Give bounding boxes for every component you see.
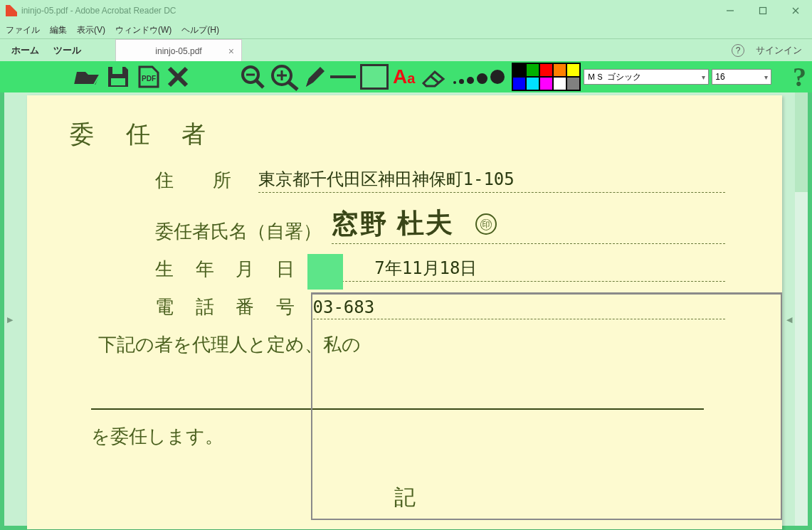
- palette-green[interactable]: [526, 63, 539, 77]
- menu-edit[interactable]: 編集: [50, 24, 67, 36]
- cancel-icon[interactable]: [164, 64, 192, 90]
- menu-view[interactable]: 表示(V): [77, 24, 105, 36]
- svg-rect-4: [112, 67, 122, 74]
- width-dot-4[interactable]: [477, 73, 487, 84]
- line-width-picker[interactable]: [453, 70, 505, 84]
- palette-cyan[interactable]: [526, 77, 539, 90]
- pencil-icon[interactable]: [302, 63, 327, 91]
- width-dot-3[interactable]: [467, 77, 474, 84]
- palette-white[interactable]: [553, 77, 566, 90]
- menu-help[interactable]: ヘルプ(H): [181, 24, 219, 36]
- minimize-button[interactable]: [714, 0, 747, 21]
- eraser-icon[interactable]: [418, 65, 446, 89]
- label-name: 委任者氏名（自署）: [155, 219, 322, 244]
- maximize-button[interactable]: [747, 0, 779, 21]
- highlight-overlay: [307, 254, 343, 290]
- current-color-box[interactable]: [360, 64, 389, 90]
- line-tool-icon[interactable]: [329, 73, 357, 81]
- svg-text:PDF: PDF: [142, 75, 156, 83]
- menu-window[interactable]: ウィンドウ(W): [115, 24, 172, 36]
- left-panel-expander[interactable]: ▶: [6, 309, 14, 331]
- svg-rect-1: [760, 8, 766, 14]
- width-dot-1[interactable]: [453, 81, 456, 84]
- toolbar: PDF Aa ＭＳ ゴシック ▾ 16 ▾ ?: [0, 61, 812, 92]
- signin-link[interactable]: サインイン: [756, 44, 802, 57]
- font-size-select[interactable]: 16 ▾: [712, 69, 771, 85]
- palette-black[interactable]: [512, 63, 526, 77]
- label-dob: 生 年 月 日: [155, 257, 303, 282]
- svg-rect-5: [111, 78, 125, 85]
- vertical-scrollbar[interactable]: ▲: [795, 92, 808, 526]
- menu-file[interactable]: ファイル: [6, 24, 40, 36]
- pdf-page: 委 任 者 住 所 東京都千代田区神田神保町1-105 委任者氏名（自署） 窓野…: [27, 95, 782, 529]
- acrobat-app-icon: [6, 5, 17, 16]
- help-icon[interactable]: ?: [732, 44, 744, 57]
- tabs-row: ホーム ツール ininjo-05.pdf × ? サインイン: [0, 38, 812, 61]
- nav-tools[interactable]: ツール: [53, 44, 81, 57]
- palette-orange[interactable]: [553, 63, 566, 77]
- field-tel[interactable]: 03-683: [313, 297, 726, 319]
- palette-blue[interactable]: [512, 77, 526, 90]
- field-name[interactable]: 窓野 杜夫 ㊞: [332, 206, 725, 244]
- chevron-down-icon: ▾: [764, 73, 768, 81]
- paragraph-2: を委任します。: [91, 424, 725, 449]
- field-dob[interactable]: 7年11月18日: [313, 257, 726, 282]
- document-viewport: ▶ ◀ ▲ 委 任 者 住 所 東京都千代田区神田神保町1-105 委任者氏名（…: [4, 92, 808, 526]
- svg-line-13: [289, 83, 297, 90]
- font-select[interactable]: ＭＳ ゴシック ▾: [584, 69, 709, 85]
- scroll-thumb[interactable]: [795, 92, 808, 192]
- svg-line-10: [256, 80, 263, 88]
- palette-magenta[interactable]: [539, 77, 553, 90]
- pdf-export-icon[interactable]: PDF: [134, 64, 162, 90]
- save-icon[interactable]: [104, 64, 132, 90]
- text-tool-icon[interactable]: Aa: [393, 65, 415, 88]
- signature-text: 窓野 杜夫: [332, 205, 454, 243]
- menubar: ファイル 編集 表示(V) ウィンドウ(W) ヘルプ(H): [0, 21, 812, 38]
- font-select-value: ＭＳ ゴシック: [587, 71, 640, 83]
- toolbar-help-icon[interactable]: ?: [793, 61, 806, 92]
- field-address[interactable]: 東京都千代田区神田神保町1-105: [258, 168, 726, 193]
- font-size-value: 16: [715, 72, 724, 82]
- width-dot-5[interactable]: [490, 70, 505, 84]
- chevron-down-icon: ▾: [702, 73, 705, 81]
- label-tel: 電 話 番 号: [155, 295, 303, 319]
- open-file-icon[interactable]: [71, 65, 102, 89]
- right-panel-expander[interactable]: ◀: [785, 309, 793, 331]
- heading: 委 任 者: [70, 118, 725, 151]
- zoom-out-icon[interactable]: [239, 63, 268, 90]
- close-button[interactable]: [779, 0, 812, 21]
- window-title: ininjo-05.pdf - Adobe Acrobat Reader DC: [21, 6, 176, 16]
- seal-mark: ㊞: [475, 213, 497, 235]
- width-dot-2[interactable]: [459, 79, 464, 84]
- titlebar: ininjo-05.pdf - Adobe Acrobat Reader DC: [0, 0, 812, 21]
- palette-red[interactable]: [539, 63, 553, 77]
- document-tab-label: ininjo-05.pdf: [155, 46, 201, 56]
- document-tab[interactable]: ininjo-05.pdf ×: [115, 39, 242, 62]
- blank-line: [91, 408, 704, 410]
- close-tab-icon[interactable]: ×: [228, 46, 234, 57]
- palette-yellow[interactable]: [566, 63, 580, 77]
- paragraph-1: 下記の者を代理人と定め、私の: [98, 332, 725, 357]
- label-address: 住 所: [155, 168, 248, 193]
- zoom-in-icon[interactable]: [269, 63, 300, 91]
- nav-home[interactable]: ホーム: [11, 44, 39, 57]
- palette-gray[interactable]: [566, 77, 580, 90]
- color-palette[interactable]: [512, 63, 581, 91]
- ki-label: 記: [394, 483, 416, 512]
